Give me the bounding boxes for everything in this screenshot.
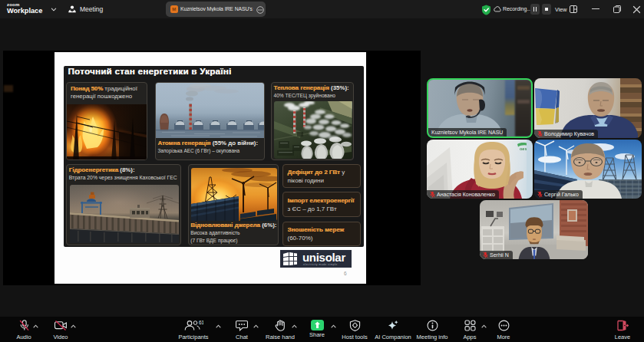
svg-text:61: 61	[199, 320, 203, 325]
svg-text:oes: oes	[520, 146, 527, 151]
